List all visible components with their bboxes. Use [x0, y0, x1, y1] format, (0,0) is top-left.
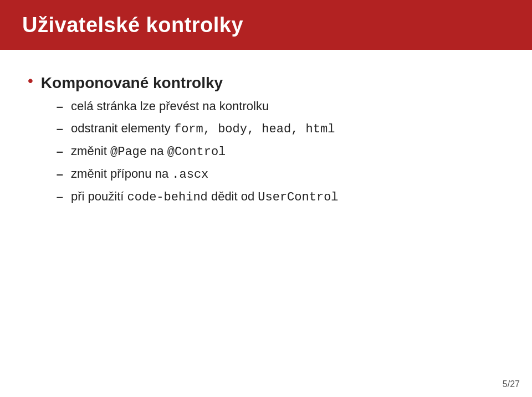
sub-items-list: – celá stránka lze převést na kontrolku …	[57, 97, 339, 207]
dash-icon-3: –	[57, 142, 63, 161]
dash-icon-1: –	[57, 97, 63, 116]
page-number: 5/27	[503, 379, 520, 389]
code-control: @Control	[167, 145, 226, 159]
sub-item-2: – odstranit elementy form, body, head, h…	[57, 119, 339, 138]
header-bar: Uživatelské kontrolky	[0, 0, 532, 50]
code-page: @Page	[110, 145, 147, 159]
sub-item-2-text: odstranit elementy form, body, head, htm…	[71, 119, 335, 138]
main-bullet: • Komponované kontrolky – celá stránka l…	[28, 72, 504, 210]
code-ascx: .ascx	[172, 168, 208, 182]
sub-item-5: – při použití code-behind dědit od UserC…	[57, 187, 339, 207]
sub-item-5-text: při použití code-behind dědit od UserCon…	[71, 187, 338, 207]
dash-icon-4: –	[57, 165, 63, 183]
code-code-behind: code-behind	[127, 190, 208, 204]
sub-item-3-text: změnit @Page na @Control	[71, 142, 226, 161]
sub-item-1-text: celá stránka lze převést na kontrolku	[71, 97, 269, 115]
slide-title: Uživatelské kontrolky	[22, 13, 243, 37]
dash-icon-5: –	[57, 188, 63, 206]
code-form-body-head-html: form, body, head, html	[174, 122, 335, 136]
main-bullet-text: Komponované kontrolky	[41, 74, 223, 91]
sub-item-4: – změnit příponu na .ascx	[57, 164, 339, 184]
code-usercontrol: UserControl	[258, 190, 338, 204]
sub-item-1: – celá stránka lze převést na kontrolku	[57, 97, 339, 116]
content-area: • Komponované kontrolky – celá stránka l…	[0, 50, 532, 236]
sub-item-3: – změnit @Page na @Control	[57, 142, 339, 161]
bullet-icon: •	[28, 70, 33, 91]
dash-icon-2: –	[57, 120, 63, 138]
sub-item-4-text: změnit příponu na .ascx	[71, 164, 208, 184]
